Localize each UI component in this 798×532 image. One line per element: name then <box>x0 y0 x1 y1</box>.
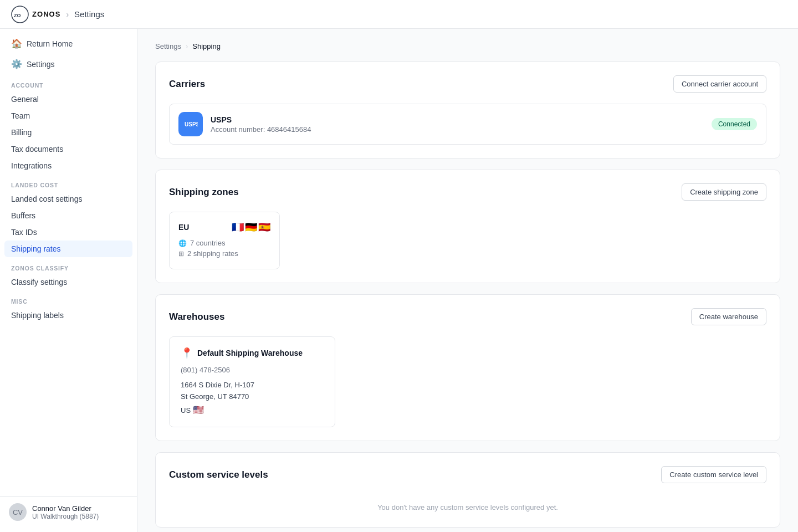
create-shipping-zone-button[interactable]: Create shipping zone <box>682 183 766 201</box>
connect-carrier-button[interactable]: Connect carrier account <box>673 75 766 93</box>
warehouses-header: Warehouses Create warehouse <box>169 308 766 325</box>
carrier-usps-info: USPS Account number: 46846415684 <box>211 115 704 134</box>
create-warehouse-button[interactable]: Create warehouse <box>691 308 766 325</box>
zone-eu-flags: 🇫🇷 🇩🇪 🇪🇸 <box>232 221 270 233</box>
breadcrumb-settings-link[interactable]: Settings <box>155 42 181 50</box>
custom-service-levels-empty: You don't have any custom service levels… <box>169 494 766 514</box>
main-content: Settings › Shipping Carriers Connect car… <box>137 29 798 532</box>
home-icon: 🏠 <box>11 38 21 49</box>
warehouse-country: US 🇺🇸 <box>181 403 324 417</box>
flag-de-icon: 🇩🇪 <box>245 221 257 233</box>
sidebar-item-return-home[interactable]: 🏠 Return Home <box>0 33 137 54</box>
zone-eu-shipping-rates: ⊞ 2 shipping rates <box>178 249 270 258</box>
grid-icon: ⊞ <box>178 250 184 258</box>
zone-eu-countries: 🌐 7 countries <box>178 239 270 247</box>
topbar-brand-name: ZONOS <box>32 10 60 18</box>
sidebar-item-general[interactable]: General <box>0 91 137 108</box>
topbar: ZO ZONOS › Settings <box>0 0 798 29</box>
topbar-page-title: Settings <box>74 9 104 19</box>
warehouses-title: Warehouses <box>169 311 224 323</box>
warehouse-address-line1: 1664 S Dixie Dr, H-107 <box>181 380 324 391</box>
carriers-card: Carriers Connect carrier account USPS US… <box>155 62 780 158</box>
usps-icon: USPS <box>178 112 203 136</box>
sidebar-user-subtitle: UI Walkthrough (5887) <box>32 513 99 520</box>
carriers-title: Carriers <box>169 79 205 90</box>
zone-eu-name: EU <box>178 223 189 232</box>
sidebar-item-settings[interactable]: ⚙️ Settings <box>0 54 137 74</box>
custom-service-levels-header: Custom service levels Create custom serv… <box>169 466 766 483</box>
warehouse-address-line2: St George, UT 84770 <box>181 391 324 403</box>
create-custom-service-level-button[interactable]: Create custom service level <box>661 466 766 483</box>
sidebar-item-team[interactable]: Team <box>0 108 137 124</box>
flag-es-icon: 🇪🇸 <box>258 221 270 233</box>
warehouses-card: Warehouses Create warehouse 📍 Default Sh… <box>155 294 780 441</box>
sidebar-user-info: Connor Van Gilder UI Walkthrough (5887) <box>32 504 99 520</box>
carriers-card-header: Carriers Connect carrier account <box>169 75 766 93</box>
zone-eu-header: EU 🇫🇷 🇩🇪 🇪🇸 <box>178 221 270 233</box>
warehouse-header: 📍 Default Shipping Warehouse <box>181 347 324 359</box>
breadcrumb-separator: › <box>186 42 188 50</box>
return-home-label: Return Home <box>27 39 73 48</box>
sidebar-item-buffers[interactable]: Buffers <box>0 207 137 224</box>
warehouse-default[interactable]: 📍 Default Shipping Warehouse (801) 478-2… <box>169 336 335 427</box>
sidebar-item-shipping-labels[interactable]: Shipping labels <box>0 307 137 324</box>
carrier-status-badge: Connected <box>712 118 757 130</box>
shipping-zones-card: Shipping zones Create shipping zone EU 🇫… <box>155 170 780 283</box>
zonos-logo-icon: ZO <box>11 6 29 23</box>
sidebar-item-tax-ids[interactable]: Tax IDs <box>0 224 137 241</box>
sidebar-item-billing[interactable]: Billing <box>0 124 137 141</box>
sidebar-item-classify-settings[interactable]: Classify settings <box>0 274 137 290</box>
sidebar-item-landed-cost-settings[interactable]: Landed cost settings <box>0 191 137 207</box>
sidebar: 🏠 Return Home ⚙️ Settings ACCOUNT Genera… <box>0 29 137 532</box>
custom-service-levels-title: Custom service levels <box>169 469 268 480</box>
sidebar-user-name: Connor Van Gilder <box>32 504 99 513</box>
breadcrumb: Settings › Shipping <box>155 42 780 50</box>
carrier-account-number: Account number: 46846415684 <box>211 125 704 134</box>
svg-text:USPS: USPS <box>185 121 198 127</box>
custom-service-levels-card: Custom service levels Create custom serv… <box>155 452 780 528</box>
location-pin-icon: 📍 <box>181 347 193 359</box>
sidebar-item-tax-documents[interactable]: Tax documents <box>0 141 137 157</box>
shipping-zones-header: Shipping zones Create shipping zone <box>169 183 766 201</box>
flag-fr-icon: 🇫🇷 <box>232 221 244 233</box>
topbar-logo[interactable]: ZO ZONOS <box>11 6 60 23</box>
warehouse-address: 1664 S Dixie Dr, H-107 St George, UT 847… <box>181 380 324 417</box>
shipping-zone-eu[interactable]: EU 🇫🇷 🇩🇪 🇪🇸 🌐 7 countries ⊞ 2 shi <box>169 212 280 269</box>
svg-text:ZO: ZO <box>14 13 21 18</box>
sidebar-section-account: ACCOUNT <box>0 74 137 91</box>
sidebar-item-integrations[interactable]: Integrations <box>0 157 137 174</box>
warehouses-list: 📍 Default Shipping Warehouse (801) 478-2… <box>169 336 766 427</box>
sidebar-item-shipping-rates[interactable]: Shipping rates <box>4 241 132 257</box>
breadcrumb-current: Shipping <box>192 42 221 50</box>
shipping-zones-title: Shipping zones <box>169 187 239 198</box>
topbar-chevron-icon: › <box>66 10 69 19</box>
sidebar-user-profile[interactable]: CV Connor Van Gilder UI Walkthrough (588… <box>0 496 137 528</box>
gear-icon: ⚙️ <box>11 59 21 69</box>
shipping-zones-list: EU 🇫🇷 🇩🇪 🇪🇸 🌐 7 countries ⊞ 2 shi <box>169 212 766 269</box>
avatar: CV <box>9 503 27 521</box>
globe-icon: 🌐 <box>178 239 187 247</box>
warehouse-name: Default Shipping Warehouse <box>197 349 303 357</box>
sidebar-section-zonos-classify: ZONOS CLASSIFY <box>0 257 137 274</box>
settings-label: Settings <box>27 60 55 69</box>
carrier-usps-item[interactable]: USPS USPS Account number: 46846415684 Co… <box>169 104 766 145</box>
sidebar-section-landed-cost: LANDED COST <box>0 174 137 191</box>
carrier-name: USPS <box>211 115 704 124</box>
sidebar-section-misc: MISC <box>0 290 137 307</box>
warehouse-phone: (801) 478-2506 <box>181 366 324 374</box>
warehouse-flag-icon: 🇺🇸 <box>193 405 204 415</box>
